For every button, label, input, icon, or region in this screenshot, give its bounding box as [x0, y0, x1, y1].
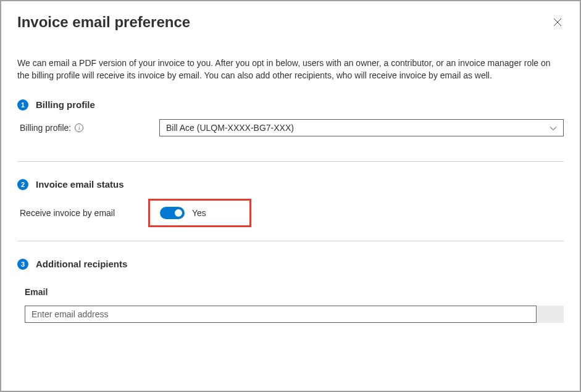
page-title: Invoice email preference — [17, 14, 190, 31]
step-badge-1: 1 — [17, 99, 28, 111]
billing-profile-select[interactable]: Bill Ace (ULQM-XXXX-BG7-XXX) — [159, 119, 564, 136]
step-badge-2: 2 — [17, 179, 28, 190]
info-icon[interactable]: i — [75, 123, 83, 132]
billing-profile-label: Billing profile: — [20, 123, 71, 133]
additional-recipients-title: Additional recipients — [36, 259, 127, 269]
toggle-highlight-box: Yes — [148, 199, 251, 227]
toggle-state-text: Yes — [192, 208, 206, 218]
chevron-down-icon — [550, 123, 557, 133]
divider — [17, 161, 564, 162]
email-label: Email — [25, 287, 564, 297]
invoice-email-status-section: 2 Invoice email status Receive invoice b… — [17, 179, 564, 227]
invoice-email-status-title: Invoice email status — [36, 179, 124, 190]
additional-recipients-section: 3 Additional recipients Email — [17, 259, 564, 323]
toggle-knob — [175, 209, 182, 217]
receive-invoice-label: Receive invoice by email — [17, 208, 148, 218]
receive-invoice-toggle[interactable] — [160, 207, 185, 219]
billing-profile-selected-value: Bill Ace (ULQM-XXXX-BG7-XXX) — [166, 123, 294, 133]
email-input[interactable] — [25, 306, 537, 323]
close-icon — [553, 18, 562, 27]
billing-profile-section: 1 Billing profile Billing profile: i Bil… — [17, 99, 564, 136]
email-action-area[interactable] — [537, 306, 564, 323]
description-text: We can email a PDF version of your invoi… — [17, 57, 564, 82]
billing-profile-title: Billing profile — [36, 99, 95, 110]
step-badge-3: 3 — [17, 259, 28, 270]
divider — [17, 241, 564, 241]
close-button[interactable] — [551, 16, 564, 28]
